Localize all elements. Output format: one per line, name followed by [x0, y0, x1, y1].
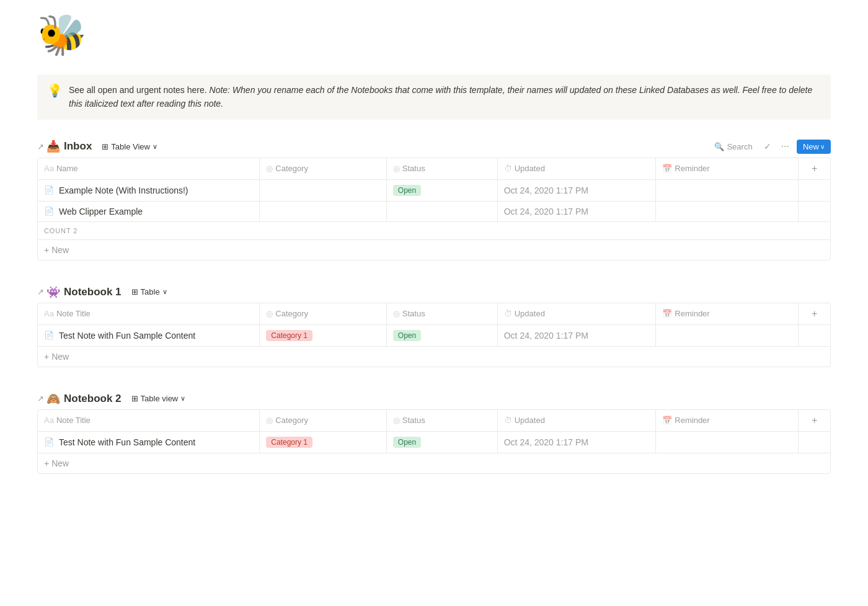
table-row[interactable]: 📄 Test Note with Fun Sample Content Cate… — [38, 324, 830, 346]
col-header-notebook1-0: AaNote Title — [38, 303, 260, 325]
add-column-btn-inbox[interactable]: + — [799, 158, 830, 180]
col-label-notebook1-4: Reminder — [675, 309, 709, 318]
row-status-inbox-0[interactable]: Open — [386, 179, 497, 201]
col-label-inbox-4: Reminder — [675, 164, 709, 173]
filter-check-icon-inbox[interactable]: ✓ — [761, 140, 774, 153]
add-col-icon-notebook1[interactable]: + — [812, 308, 817, 319]
col-icon-inbox-2: ◎ — [393, 164, 400, 173]
page-doc-icon-notebook2-0: 📄 — [44, 437, 54, 447]
row-status-notebook1-0[interactable]: Open — [386, 324, 497, 346]
col-icon-inbox-1: ◎ — [266, 164, 273, 173]
col-header-notebook2-0: AaNote Title — [38, 410, 260, 432]
row-reminder-inbox-1[interactable] — [656, 201, 799, 221]
info-text: See all open and urgent notes here. Note… — [69, 83, 821, 111]
search-label-inbox: Search — [727, 142, 752, 151]
table-wrapper-inbox: AaName◎Category◎Status⏱Updated📅Reminder+… — [37, 158, 831, 261]
table-view-icon-inbox: ⊞ — [102, 142, 108, 151]
logo-area: 🐝 — [37, 0, 831, 60]
section-header-actions-inbox: 🔍 Search ✓ ··· New ∨ — [711, 140, 831, 154]
table-header-row-notebook2: AaNote Title◎Category◎Status⏱Updated📅Rem… — [38, 410, 830, 432]
col-icon-notebook1-3: ⏱ — [504, 309, 512, 318]
section-link-arrow-notebook1[interactable]: ↗ — [37, 287, 44, 296]
new-row-cell-inbox[interactable]: +New — [38, 239, 830, 260]
row-reminder-notebook1-0[interactable] — [656, 324, 799, 346]
section-view-toggle-notebook1[interactable]: ⊞ Table ∨ — [128, 286, 171, 298]
col-label-inbox-3: Updated — [515, 164, 545, 173]
count-label-inbox: COUNT 2 — [44, 227, 78, 234]
add-col-icon-notebook2[interactable]: + — [812, 415, 817, 426]
view-chevron-notebook1: ∨ — [162, 288, 167, 296]
col-icon-notebook1-1: ◎ — [266, 309, 273, 318]
col-icon-notebook2-3: ⏱ — [504, 416, 512, 425]
row-name-inbox-1[interactable]: 📄 Web Clipper Example — [38, 201, 260, 221]
page-doc-icon-inbox-0: 📄 — [44, 185, 54, 195]
col-label-notebook2-3: Updated — [515, 416, 545, 425]
new-row-cell-notebook2[interactable]: +New — [38, 453, 830, 473]
col-header-inbox-4: 📅Reminder — [656, 158, 799, 180]
row-name-text-inbox-0: Example Note (With Instructions!) — [59, 185, 188, 195]
new-row-plus-notebook1: + — [44, 352, 49, 362]
col-icon-notebook2-4: 📅 — [662, 416, 672, 425]
col-header-inbox-0: AaName — [38, 158, 260, 180]
row-category-inbox-1[interactable] — [260, 201, 386, 221]
col-label-notebook2-2: Status — [402, 416, 425, 425]
new-row-plus-notebook2: + — [44, 458, 49, 468]
table-wrapper-notebook1: AaNote Title◎Category◎Status⏱Updated📅Rem… — [37, 303, 831, 367]
section-link-arrow-notebook2[interactable]: ↗ — [37, 394, 44, 403]
status-tag-notebook1-0: Open — [393, 330, 421, 341]
col-label-inbox-2: Status — [402, 164, 425, 173]
row-status-inbox-1[interactable] — [386, 201, 497, 221]
row-extra-inbox-1 — [799, 201, 830, 221]
new-row-label-notebook2: New — [51, 458, 69, 468]
row-name-notebook2-0[interactable]: 📄 Test Note with Fun Sample Content — [38, 431, 260, 453]
col-header-notebook2-2: ◎Status — [386, 410, 497, 432]
more-options-button-inbox[interactable]: ··· — [779, 140, 792, 153]
col-label-inbox-1: Category — [275, 164, 308, 173]
row-category-notebook1-0[interactable]: Category 1 — [260, 324, 386, 346]
section-view-toggle-inbox[interactable]: ⊞ Table View ∨ — [98, 141, 161, 153]
new-row-notebook1[interactable]: +New — [38, 346, 830, 367]
col-label-notebook1-3: Updated — [515, 309, 545, 318]
row-name-text-inbox-1: Web Clipper Example — [59, 207, 143, 216]
section-header-notebook2: ↗ 🙈 Notebook 2 ⊞ Table view ∨ — [37, 392, 831, 406]
search-button-inbox[interactable]: 🔍 Search — [711, 141, 756, 153]
add-column-btn-notebook2[interactable]: + — [799, 410, 830, 432]
section-notebook1: ↗ 👾 Notebook 1 ⊞ Table ∨ AaNote Title◎Ca… — [37, 285, 831, 367]
table-row[interactable]: 📄 Test Note with Fun Sample Content Cate… — [38, 431, 830, 453]
row-reminder-notebook2-0[interactable] — [656, 431, 799, 453]
section-header-inbox: ↗ 📥 Inbox ⊞ Table View ∨ 🔍 Search ✓ ··· … — [37, 140, 831, 154]
row-category-inbox-0[interactable] — [260, 179, 386, 201]
name-cell-inbox-1: 📄 Web Clipper Example — [44, 207, 253, 216]
new-button-inbox[interactable]: New ∨ — [797, 140, 831, 154]
col-header-inbox-1: ◎Category — [260, 158, 386, 180]
table-wrapper-notebook2: AaNote Title◎Category◎Status⏱Updated📅Rem… — [37, 409, 831, 474]
new-row-cell-notebook1[interactable]: +New — [38, 346, 830, 367]
row-name-notebook1-0[interactable]: 📄 Test Note with Fun Sample Content — [38, 324, 260, 346]
info-block: 💡 See all open and urgent notes here. No… — [37, 74, 831, 120]
new-chevron-inbox: ∨ — [820, 143, 825, 150]
section-title-notebook1: Notebook 1 — [64, 286, 122, 298]
new-row-notebook2[interactable]: +New — [38, 453, 830, 473]
row-name-inbox-0[interactable]: 📄 Example Note (With Instructions!) — [38, 179, 260, 201]
row-name-text-notebook2-0: Test Note with Fun Sample Content — [59, 437, 195, 447]
table-row[interactable]: 📄 Web Clipper Example Oct 24, 2020 1:17 … — [38, 201, 830, 221]
section-inbox: ↗ 📥 Inbox ⊞ Table View ∨ 🔍 Search ✓ ··· … — [37, 140, 831, 261]
col-label-notebook1-1: Category — [275, 309, 308, 318]
new-label-inbox: New — [803, 142, 819, 151]
page-doc-icon-inbox-1: 📄 — [44, 207, 54, 216]
row-reminder-inbox-0[interactable] — [656, 179, 799, 201]
add-col-icon-inbox[interactable]: + — [812, 163, 817, 174]
view-chevron-inbox: ∨ — [153, 143, 157, 151]
table-row[interactable]: 📄 Example Note (With Instructions!) Open… — [38, 179, 830, 201]
table-notebook1: AaNote Title◎Category◎Status⏱Updated📅Rem… — [38, 303, 830, 367]
col-header-notebook1-3: ⏱Updated — [497, 303, 656, 325]
new-row-inbox[interactable]: +New — [38, 239, 830, 260]
section-link-arrow-inbox[interactable]: ↗ — [37, 142, 44, 151]
row-status-notebook2-0[interactable]: Open — [386, 431, 497, 453]
section-view-toggle-notebook2[interactable]: ⊞ Table view ∨ — [128, 393, 190, 404]
sections-container: ↗ 📥 Inbox ⊞ Table View ∨ 🔍 Search ✓ ··· … — [37, 140, 831, 474]
add-column-btn-notebook1[interactable]: + — [799, 303, 830, 325]
col-icon-notebook1-4: 📅 — [662, 309, 672, 318]
row-category-notebook2-0[interactable]: Category 1 — [260, 431, 386, 453]
status-tag-inbox-0: Open — [393, 185, 421, 196]
